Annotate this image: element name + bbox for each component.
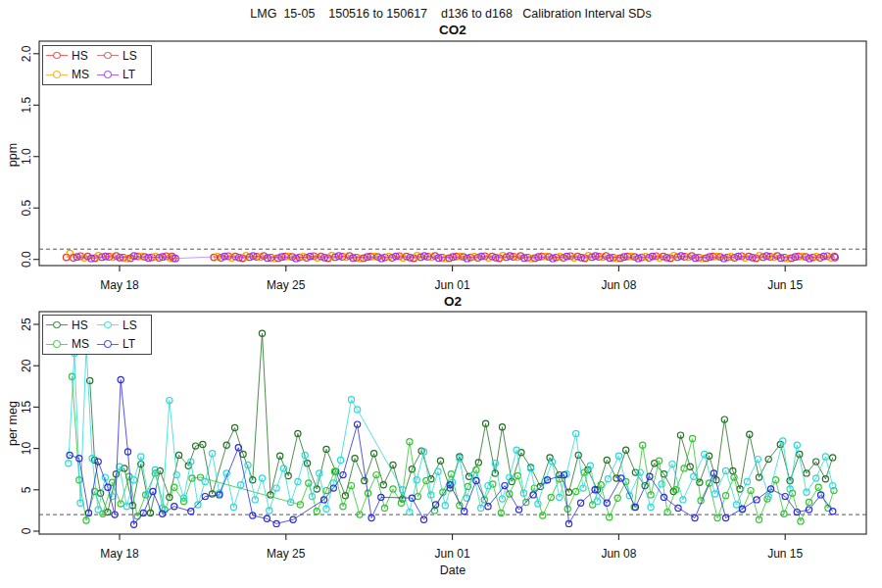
legend-label: MS: [72, 69, 89, 80]
o2-y-tick-label: 0: [20, 527, 33, 534]
ls-line-marker-icon: [97, 321, 119, 329]
legend-entry-hs: HS: [46, 46, 97, 66]
legend-label: LT: [122, 338, 135, 350]
co2-x-tick-label: Jun 01: [435, 278, 470, 292]
legend-entry-ms: MS: [46, 335, 97, 355]
o2-data-point-lt: [830, 509, 836, 514]
co2-y-axis-label: ppm: [6, 143, 20, 167]
co2-legend: HS MS LS LT: [42, 45, 152, 85]
o2-y-tick-label: 25: [20, 318, 33, 331]
x-axis-label-date: Date: [39, 564, 866, 577]
co2-x-tick-label: Jun 15: [767, 278, 803, 292]
co2-x-tick-label: May 18: [100, 278, 139, 292]
o2-data-point-hs: [830, 455, 836, 461]
o2-x-tick-label: May 25: [267, 547, 306, 561]
legend-entry-lt: LT: [97, 66, 148, 85]
legend-entry-hs: HS: [46, 316, 97, 335]
figure-main-title: LMG 15-05 150516 to 150617 d136 to d168 …: [0, 7, 882, 21]
lt-line-marker-icon: [97, 71, 119, 78]
o2-x-tick-label: May 18: [100, 547, 139, 561]
co2-plot-frame: [39, 41, 866, 266]
co2-y-tick-label: 2.0: [20, 45, 33, 62]
o2-x-tick-label: Jun 01: [435, 547, 470, 561]
ls-line-marker-icon: [97, 52, 119, 60]
o2-y-tick-label: 10: [20, 442, 33, 456]
o2-y-tick-label: 15: [20, 400, 33, 414]
legend-label: LS: [122, 319, 137, 331]
co2-y-tick-label: 1.5: [20, 97, 33, 114]
o2-x-tick-label: Jun 15: [767, 547, 803, 561]
legend-label: LS: [122, 50, 137, 62]
co2-y-tick-label: 1.0: [20, 148, 33, 165]
legend-label: MS: [72, 338, 89, 350]
legend-label: HS: [72, 319, 88, 331]
o2-panel-title: O2: [39, 294, 866, 309]
co2-y-tick-label: 0.0: [20, 251, 33, 268]
co2-panel-title: CO2: [39, 23, 866, 37]
co2-y-tick-label: 0.5: [20, 200, 33, 217]
o2-y-tick-label: 20: [20, 359, 33, 372]
o2-series-line-lt: [70, 380, 833, 525]
o2-x-tick-label: Jun 08: [601, 547, 636, 561]
ms-line-marker-icon: [46, 71, 68, 78]
legend-entry-ls: LS: [97, 46, 148, 66]
legend-entry-ms: MS: [46, 66, 97, 85]
legend-label: HS: [72, 50, 88, 62]
hs-line-marker-icon: [46, 321, 68, 329]
o2-series-line-hs: [90, 333, 833, 513]
legend-label: LT: [122, 69, 135, 80]
co2-x-tick-label: Jun 08: [601, 278, 636, 292]
o2-legend: HS MS LS LT: [42, 315, 152, 355]
legend-entry-ls: LS: [97, 316, 148, 335]
lt-line-marker-icon: [97, 340, 119, 348]
o2-y-tick-label: 5: [20, 486, 33, 493]
co2-x-tick-label: May 25: [267, 278, 306, 292]
hs-line-marker-icon: [46, 52, 68, 60]
legend-entry-lt: LT: [97, 335, 148, 355]
ms-line-marker-icon: [46, 340, 68, 348]
o2-y-axis-label: per meg: [6, 401, 20, 446]
calibration-sd-figure: 0.00.51.01.52.0May 18May 25Jun 01Jun 08J…: [0, 0, 882, 588]
